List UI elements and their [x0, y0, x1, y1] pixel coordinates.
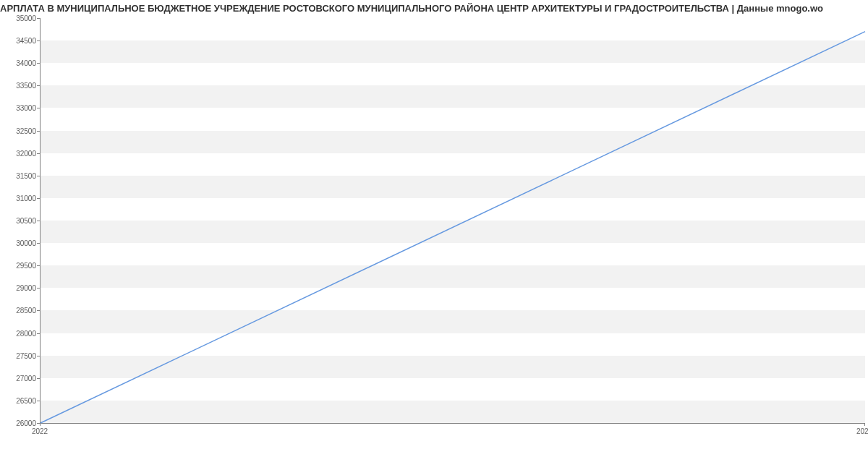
chart-container: АРПЛАТА В МУНИЦИПАЛЬНОЕ БЮДЖЕТНОЕ УЧРЕЖД… [0, 0, 868, 470]
y-tick-label: 32000 [4, 149, 36, 157]
y-tick-label: 34500 [4, 37, 36, 45]
y-tick-mark [37, 63, 40, 64]
y-tick-label: 34000 [4, 59, 36, 67]
y-tick-label: 28500 [4, 307, 36, 315]
y-tick-mark [37, 221, 40, 221]
x-tick-label: 2022 [32, 427, 48, 435]
y-tick-label: 30000 [4, 239, 36, 247]
y-tick-label: 32500 [4, 127, 36, 134]
data-line [41, 32, 865, 423]
y-tick-mark [37, 243, 40, 244]
y-tick-mark [37, 310, 40, 311]
chart-title: АРПЛАТА В МУНИЦИПАЛЬНОЕ БЮДЖЕТНОЕ УЧРЕЖД… [0, 3, 868, 14]
y-tick-mark [37, 40, 40, 41]
x-tick-mark [864, 423, 865, 426]
y-tick-mark [37, 85, 40, 86]
y-tick-label: 26500 [4, 396, 36, 404]
y-tick-mark [37, 401, 40, 401]
y-tick-label: 35000 [4, 14, 36, 22]
y-tick-label: 26000 [4, 419, 36, 427]
y-tick-mark [37, 18, 40, 19]
y-tick-mark [37, 153, 40, 154]
y-tick-mark [37, 131, 40, 132]
y-tick-mark [37, 198, 40, 199]
y-tick-label: 33000 [4, 104, 36, 112]
y-tick-label: 31000 [4, 194, 36, 202]
y-tick-label: 28000 [4, 329, 36, 337]
line-layer [41, 18, 865, 423]
y-tick-label: 27000 [4, 374, 36, 382]
y-tick-mark [37, 176, 40, 176]
plot-area [40, 18, 865, 424]
y-tick-mark [37, 378, 40, 379]
y-tick-label: 30500 [4, 217, 36, 225]
y-tick-label: 29000 [4, 284, 36, 292]
y-tick-mark [37, 288, 40, 289]
y-tick-label: 31500 [4, 171, 36, 179]
y-tick-label: 29500 [4, 262, 36, 270]
y-tick-mark [37, 333, 40, 334]
y-tick-mark [37, 265, 40, 266]
y-tick-label: 27500 [4, 351, 36, 359]
y-tick-mark [37, 356, 40, 356]
x-tick-label: 2024 [856, 427, 868, 435]
y-tick-mark [37, 108, 40, 108]
x-tick-mark [40, 423, 41, 426]
y-tick-label: 33500 [4, 82, 36, 90]
